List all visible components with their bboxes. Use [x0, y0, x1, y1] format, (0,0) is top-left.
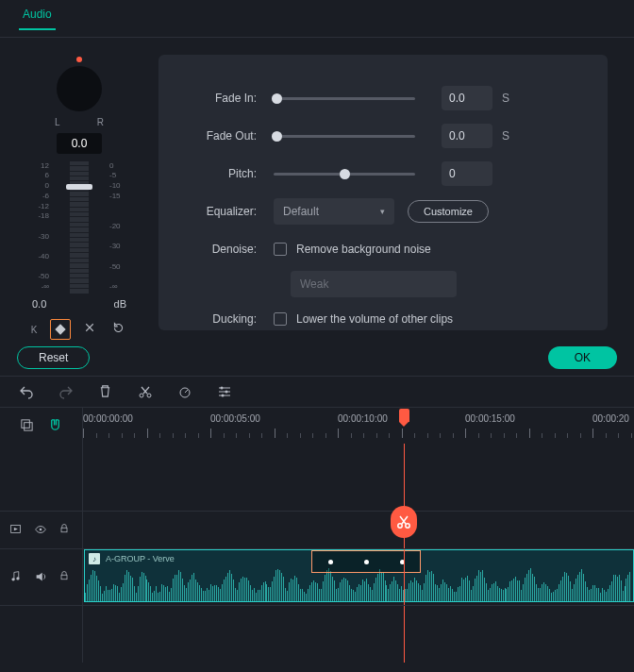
pan-r-label: R [97, 117, 104, 127]
delete-icon[interactable] [98, 384, 113, 399]
adjust-icon[interactable] [217, 384, 232, 399]
video-track [0, 512, 634, 549]
fadein-value[interactable]: 0.0 [442, 86, 492, 110]
video-track-icon [9, 523, 25, 538]
svg-rect-6 [21, 420, 28, 428]
pan-value[interactable]: 0.0 [57, 133, 102, 154]
svg-point-5 [222, 395, 225, 397]
svg-point-11 [39, 528, 42, 530]
timeline: 00:00:00:0000:00:05:0000:00:10:0000:00:1… [0, 408, 634, 663]
timeline-header-tools [0, 408, 83, 444]
db-label: dB [114, 298, 126, 310]
svg-point-14 [16, 577, 19, 580]
volume-handle[interactable] [66, 184, 92, 190]
svg-point-8 [398, 524, 402, 528]
fadeout-unit: S [502, 129, 509, 143]
tab-audio[interactable]: Audio [19, 8, 56, 30]
keyframe-delete-icon[interactable] [84, 322, 99, 337]
music-track-icon [9, 570, 25, 585]
pan-knob[interactable] [46, 57, 112, 113]
track-spacer-2 [0, 606, 634, 663]
svg-point-0 [140, 394, 143, 397]
fadein-slider[interactable] [274, 97, 415, 100]
audio-track-body[interactable]: ♪ A-GROUP - Verve [83, 549, 634, 605]
music-icon: ♪ [89, 553, 100, 564]
split-icon[interactable] [138, 384, 153, 399]
ok-button[interactable]: OK [548, 346, 617, 369]
redo-icon[interactable] [58, 384, 74, 399]
playhead-line [404, 444, 405, 511]
timeline-toolbar [0, 376, 634, 408]
split-marker[interactable] [391, 506, 417, 538]
denoise-check-label: Remove background noise [296, 243, 431, 256]
fadein-unit: S [502, 92, 509, 105]
audio-clip[interactable]: ♪ A-GROUP - Verve [84, 549, 634, 602]
add-track-icon[interactable] [20, 418, 35, 433]
keyframe-add-button[interactable] [50, 319, 71, 340]
playhead-line [404, 606, 405, 663]
pan-lr-labels: L R [55, 117, 104, 127]
lock-icon[interactable] [58, 523, 74, 538]
clip-name: A-GROUP - Verve [106, 554, 175, 563]
audio-track: ♪ A-GROUP - Verve [0, 549, 634, 606]
pan-block: L R 0.0 1260-6-12-18-30-40-50-∞ 0-5-10-1… [0, 38, 158, 340]
denoise-checkbox[interactable] [274, 243, 287, 256]
pitch-value[interactable]: 0 [442, 161, 492, 186]
tab-bar: Audio [0, 0, 634, 38]
svg-point-3 [221, 387, 224, 390]
time-ruler[interactable]: 00:00:00:0000:00:05:0000:00:10:0000:00:1… [83, 408, 634, 444]
svg-point-4 [225, 391, 228, 394]
db-value: 0.0 [32, 298, 46, 310]
speed-icon[interactable] [177, 384, 192, 399]
playhead-line [404, 549, 405, 605]
denoise-label: Denoise: [181, 243, 274, 256]
svg-point-1 [147, 394, 151, 397]
reset-button[interactable]: Reset [17, 346, 90, 369]
svg-rect-15 [61, 575, 67, 580]
pan-l-label: L [55, 117, 60, 127]
keyframe-k-label: K [31, 325, 38, 335]
keyframe-reset-icon[interactable] [112, 322, 127, 337]
volume-meter[interactable]: 1260-6-12-18-30-40-50-∞ 0-5-10-15-20-30-… [32, 161, 126, 293]
lock-icon[interactable] [58, 570, 74, 585]
audio-panel: L R 0.0 1260-6-12-18-30-40-50-∞ 0-5-10-1… [0, 38, 634, 340]
svg-point-9 [406, 524, 409, 528]
ducking-checkbox[interactable] [274, 312, 287, 326]
fadeout-value[interactable]: 0.0 [442, 124, 492, 148]
magnet-icon[interactable] [48, 418, 63, 433]
denoise-level[interactable]: Weak [291, 271, 457, 297]
undo-icon[interactable] [19, 384, 34, 399]
chevron-down-icon: ▾ [380, 207, 385, 216]
equalizer-selected: Default [283, 205, 319, 218]
pitch-label: Pitch: [181, 167, 274, 180]
track-spacer-1 [0, 444, 634, 512]
svg-rect-12 [61, 528, 67, 532]
svg-point-13 [11, 578, 14, 580]
properties-panel: Fade In: 0.0 S Fade Out: 0.0 S Pitch: 0 … [158, 55, 608, 330]
visibility-icon[interactable] [34, 523, 49, 538]
mute-icon[interactable] [34, 570, 49, 585]
ducking-check-label: Lower the volume of other clips [296, 312, 453, 326]
fadeout-label: Fade Out: [181, 129, 274, 143]
fadeout-slider[interactable] [274, 135, 415, 138]
svg-rect-7 [24, 423, 31, 430]
fadein-label: Fade In: [181, 92, 274, 105]
equalizer-select[interactable]: Default ▾ [274, 198, 394, 225]
pitch-slider[interactable] [274, 173, 415, 176]
action-bar: Reset OK [0, 340, 634, 376]
customize-button[interactable]: Customize [408, 200, 489, 223]
ducking-label: Ducking: [181, 312, 274, 326]
equalizer-label: Equalizer: [181, 205, 274, 218]
playhead-handle[interactable] [399, 409, 409, 422]
